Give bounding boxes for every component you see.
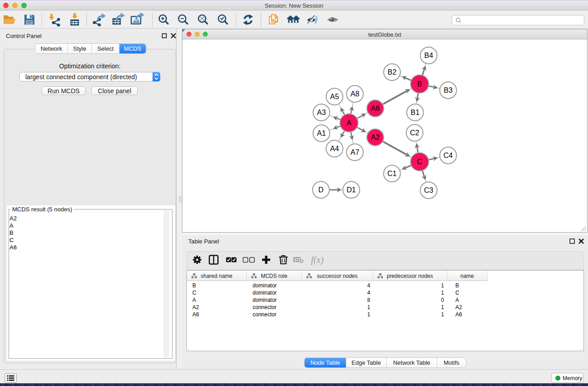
svg-text:C4: C4 bbox=[444, 152, 453, 159]
svg-text:A2: A2 bbox=[371, 133, 380, 141]
svg-text:A6: A6 bbox=[371, 105, 380, 112]
svg-text:A: A bbox=[347, 119, 352, 127]
svg-text:B1: B1 bbox=[411, 109, 420, 116]
svg-text:C2: C2 bbox=[410, 129, 420, 137]
svg-text:A4: A4 bbox=[330, 145, 339, 152]
svg-text:B3: B3 bbox=[444, 86, 453, 94]
svg-text:A7: A7 bbox=[350, 148, 359, 156]
svg-text:A5: A5 bbox=[330, 93, 339, 100]
svg-text:D: D bbox=[318, 186, 324, 194]
svg-text:C3: C3 bbox=[424, 186, 434, 194]
svg-text:A1: A1 bbox=[317, 129, 326, 137]
svg-text:A3: A3 bbox=[317, 109, 326, 116]
svg-text:B: B bbox=[417, 80, 422, 88]
svg-text:B2: B2 bbox=[387, 68, 397, 76]
svg-text:C: C bbox=[417, 158, 422, 166]
svg-text:C1: C1 bbox=[387, 170, 397, 177]
svg-text:B4: B4 bbox=[424, 52, 433, 59]
svg-text:f(x): f(x) bbox=[311, 255, 324, 265]
svg-text:A8: A8 bbox=[350, 90, 359, 98]
svg-text:D1: D1 bbox=[347, 186, 356, 194]
